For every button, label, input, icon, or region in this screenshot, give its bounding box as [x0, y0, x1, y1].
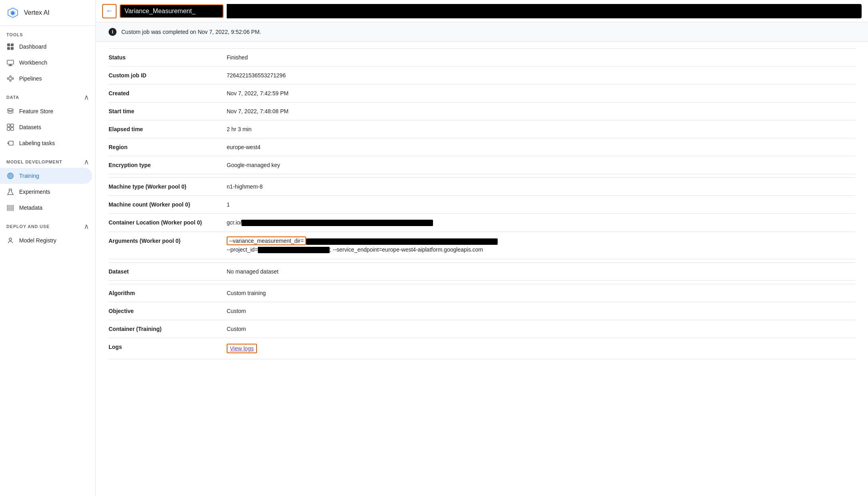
details-row-container-training: Container (Training) Custom — [109, 320, 855, 338]
tools-section-label: TOOLS — [0, 26, 95, 39]
info-banner: i Custom job was completed on Nov 7, 202… — [96, 22, 868, 42]
sidebar-item-dashboard[interactable]: Dashboard — [0, 39, 92, 55]
sidebar-item-datasets[interactable]: Datasets — [0, 119, 92, 135]
value-container-training: Custom — [227, 326, 855, 332]
svg-point-31 — [9, 238, 12, 240]
details-row-container-location: Container Location (Worker pool 0) gcr.i… — [109, 214, 855, 232]
deploy-section-header: DEPLOY AND USE ∧ — [0, 216, 95, 232]
workbench-label: Workbench — [19, 59, 47, 66]
label-status: Status — [109, 54, 220, 61]
sidebar-item-labeling-tasks[interactable]: Labeling tasks — [0, 135, 92, 151]
back-button[interactable]: ← — [102, 4, 117, 18]
sidebar-item-workbench[interactable]: Workbench — [0, 55, 92, 71]
topbar: ← — [96, 0, 868, 22]
svg-point-10 — [7, 78, 9, 79]
model-dev-chevron[interactable]: ∧ — [84, 157, 89, 166]
sidebar-item-experiments[interactable]: Experiments — [0, 184, 92, 200]
data-section-header: DATA ∧ — [0, 87, 95, 103]
svg-line-14 — [9, 77, 10, 79]
main-content: ← i Custom job was completed on Nov 7, 2… — [96, 0, 868, 496]
deploy-section-label: DEPLOY AND USE — [6, 224, 49, 229]
metadata-label: Metadata — [19, 205, 42, 211]
dashboard-label: Dashboard — [19, 43, 47, 50]
sidebar-item-pipelines[interactable]: Pipelines — [0, 71, 92, 87]
svg-rect-3 — [7, 43, 10, 46]
details-row-encryption: Encryption type Google-managed key — [109, 156, 855, 174]
model-dev-section-label: MODEL DEVELOPMENT — [6, 159, 62, 164]
value-elapsed-time: 2 hr 3 min — [227, 126, 855, 132]
value-encryption: Google-managed key — [227, 162, 855, 168]
value-machine-count: 1 — [227, 201, 855, 208]
svg-rect-20 — [11, 124, 14, 127]
svg-rect-5 — [7, 47, 10, 50]
model-registry-icon — [6, 236, 14, 244]
workbench-icon — [6, 59, 14, 67]
value-dataset: No managed dataset — [227, 268, 855, 275]
experiments-icon — [6, 188, 14, 196]
sidebar: Vertex AI TOOLS Dashboard Workbench — [0, 0, 96, 496]
details-row-algorithm: Algorithm Custom training — [109, 284, 855, 302]
svg-rect-9 — [8, 65, 12, 66]
labeling-tasks-icon — [6, 139, 14, 147]
svg-rect-30 — [7, 209, 14, 211]
datasets-label: Datasets — [19, 124, 41, 130]
metadata-icon — [6, 204, 14, 212]
svg-point-18 — [8, 109, 13, 111]
label-machine-count: Machine count (Worker pool 0) — [109, 201, 220, 208]
data-chevron[interactable]: ∧ — [84, 93, 89, 102]
vertex-ai-logo — [6, 6, 19, 19]
svg-point-23 — [8, 143, 10, 144]
content-area: i Custom job was completed on Nov 7, 202… — [96, 22, 868, 496]
sidebar-item-metadata[interactable]: Metadata — [0, 200, 92, 216]
label-container-location: Container Location (Worker pool 0) — [109, 219, 220, 226]
label-container-training: Container (Training) — [109, 326, 220, 332]
label-machine-type: Machine type (Worker pool 0) — [109, 183, 220, 190]
label-algorithm: Algorithm — [109, 290, 220, 296]
value-region: europe-west4 — [227, 144, 855, 150]
sidebar-header: Vertex AI — [0, 0, 95, 26]
value-start-time: Nov 7, 2022, 7:48:08 PM — [227, 108, 855, 114]
label-created: Created — [109, 90, 220, 96]
details-row-dataset: Dataset No managed dataset — [109, 262, 855, 281]
svg-line-16 — [11, 79, 12, 80]
view-logs-link[interactable]: View logs — [227, 344, 257, 353]
value-job-id: 7264221536553271296 — [227, 72, 855, 79]
sidebar-item-model-registry[interactable]: Model Registry — [0, 232, 92, 248]
label-arguments: Arguments (Worker pool 0) — [109, 238, 220, 244]
value-logs: View logs — [227, 344, 855, 353]
svg-point-12 — [12, 78, 14, 79]
details-table: Status Finished Custom job ID 7264221536… — [96, 48, 868, 359]
details-row-arguments: Arguments (Worker pool 0) --variance_mea… — [109, 232, 855, 259]
svg-point-11 — [10, 76, 11, 77]
label-region: Region — [109, 144, 220, 150]
value-algorithm: Custom training — [227, 290, 855, 296]
sidebar-item-feature-store[interactable]: Feature Store — [0, 103, 92, 119]
datasets-icon — [6, 123, 14, 131]
deploy-chevron[interactable]: ∧ — [84, 222, 89, 231]
details-row-region: Region europe-west4 — [109, 138, 855, 156]
dashboard-icon — [6, 43, 14, 51]
training-icon — [6, 172, 14, 180]
svg-rect-29 — [7, 207, 14, 209]
details-row-objective: Objective Custom — [109, 302, 855, 320]
details-row-job-id: Custom job ID 7264221536553271296 — [109, 67, 855, 85]
details-row-machine-type: Machine type (Worker pool 0) n1-highmem-… — [109, 177, 855, 196]
experiments-label: Experiments — [19, 189, 50, 195]
value-machine-type: n1-highmem-8 — [227, 183, 855, 190]
labeling-tasks-label: Labeling tasks — [19, 140, 55, 146]
info-icon: i — [109, 28, 117, 36]
page-title-input[interactable] — [120, 4, 223, 18]
svg-rect-8 — [9, 65, 12, 65]
pipelines-label: Pipelines — [19, 75, 42, 82]
details-row-start-time: Start time Nov 7, 2022, 7:48:08 PM — [109, 102, 855, 120]
label-elapsed-time: Elapsed time — [109, 126, 220, 132]
sidebar-item-training[interactable]: Training — [0, 168, 92, 184]
svg-rect-7 — [7, 60, 14, 64]
svg-rect-4 — [11, 43, 14, 46]
data-section-label: DATA — [6, 95, 19, 100]
value-arguments: --variance_measurement_dir= --project_id… — [227, 238, 855, 253]
svg-rect-28 — [7, 205, 14, 207]
value-created: Nov 7, 2022, 7:42:59 PM — [227, 90, 855, 96]
details-row-status: Status Finished — [109, 48, 855, 67]
label-dataset: Dataset — [109, 268, 220, 275]
